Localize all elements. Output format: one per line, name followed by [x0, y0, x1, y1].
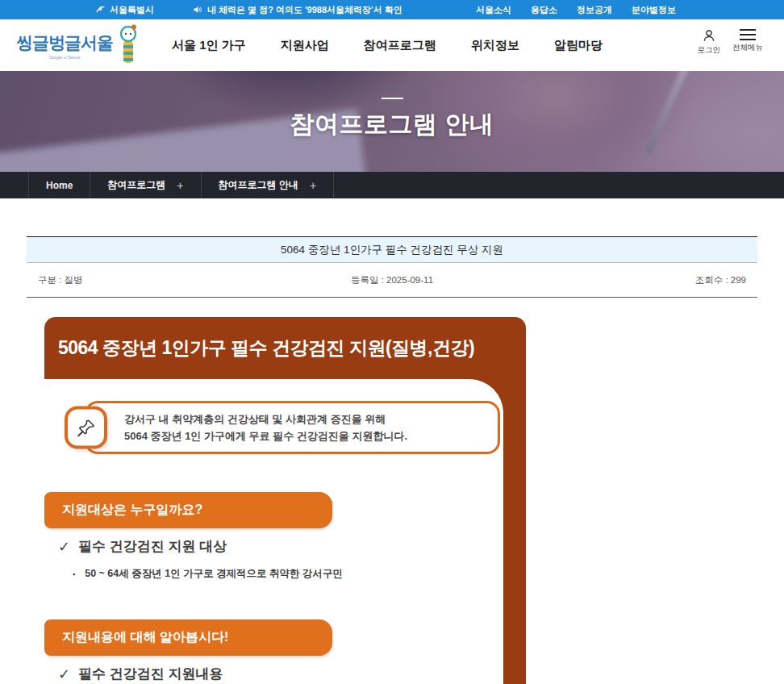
hero-banner: 참여프로그램 안내 — [0, 71, 784, 172]
breadcrumb-participation-dropdown[interactable]: 참여프로그램 + — [90, 172, 200, 198]
post-meta: 구분 : 질병 등록일 : 2025-09-11 조회수 : 299 — [27, 263, 757, 298]
seoul-city-link[interactable]: 서울특별시 — [95, 4, 154, 16]
topbar-notice-text: 내 체력은 몇 점? 여의도 '9988서울체력장'서 확인 — [207, 4, 402, 16]
topbar-link-info-disclosure[interactable]: 정보공개 — [577, 4, 612, 16]
content-card-title: 5064 중장년 1인가구 필수 건강검진 지원(질병,건강) — [44, 317, 526, 379]
login-button[interactable]: 로그인 — [698, 28, 721, 56]
plus-icon: + — [310, 179, 316, 192]
check-icon: ✓ — [58, 665, 70, 683]
check-item-content: ✓ 필수 건강검진 지원내용 — [58, 665, 503, 683]
breadcrumb-item-label: 참여프로그램 — [107, 178, 165, 192]
plus-icon: + — [177, 179, 183, 192]
square-bullet-icon: ▪ — [73, 570, 75, 578]
all-menu-button[interactable]: 전체메뉴 — [732, 28, 763, 56]
section-heading-content: 지원내용에 대해 알아봅시다! — [44, 619, 332, 656]
user-icon — [702, 28, 716, 43]
post-date: 등록일 : 2025-09-11 — [274, 274, 511, 286]
content-card-body: 강서구 내 취약계층의 건강상태 및 사회관계 증진을 위해 5064 중장년 … — [44, 379, 503, 684]
pushpin-icon — [76, 417, 97, 438]
post-header: 5064 중장년 1인가구 필수 건강검진 무상 지원 구분 : 질병 등록일 … — [27, 236, 757, 298]
breadcrumb-guide-dropdown[interactable]: 참여프로그램 안내 + — [201, 172, 335, 198]
topbar-link-eungdapso[interactable]: 응답소 — [531, 4, 557, 16]
intro-line-1: 강서구 내 취약계층의 건강상태 및 사회관계 증진을 위해 — [124, 411, 490, 428]
breadcrumb-home-label: Home — [46, 180, 73, 191]
nav-notices[interactable]: 알림마당 — [554, 38, 603, 53]
topbar-link-sector-info[interactable]: 분야별정보 — [632, 4, 676, 16]
check-item-target: ✓ 필수 건강검진 지원 대상 — [58, 537, 503, 556]
section-heading-target: 지원대상은 누구일까요? — [44, 492, 332, 528]
all-menu-label: 전체메뉴 — [732, 43, 763, 53]
check-item-label: 필수 건강검진 지원내용 — [78, 665, 223, 683]
breadcrumb-item-label: 참여프로그램 안내 — [219, 178, 298, 192]
mascot-icon — [115, 24, 140, 66]
breadcrumb-home[interactable]: Home — [28, 172, 90, 198]
site-logo-subtitle: Single u Seoul — [49, 55, 81, 60]
nav-support-programs[interactable]: 지원사업 — [281, 38, 329, 53]
login-label: 로그인 — [698, 45, 721, 56]
site-logo-title: 씽글벙글서울 — [16, 31, 113, 54]
nav-single-household[interactable]: 서울 1인 가구 — [172, 38, 246, 53]
nav-location-info[interactable]: 위치정보 — [471, 38, 519, 53]
post-title: 5064 중장년 1인가구 필수 건강검진 무상 지원 — [27, 236, 757, 263]
content-card: 5064 중장년 1인가구 필수 건강검진 지원(질병,건강) 강서구 내 취약… — [44, 317, 526, 684]
seoul-logo-icon — [95, 5, 106, 15]
topbar-links: 서울소식 응답소 정보공개 분야별정보 — [476, 4, 676, 16]
hamburger-icon — [740, 28, 756, 40]
check-item-label: 필수 건강검진 지원 대상 — [78, 537, 227, 556]
page-title: 참여프로그램 안내 — [0, 108, 784, 141]
gov-topbar: 서울특별시 내 체력은 몇 점? 여의도 '9988서울체력장'서 확인 서울소… — [0, 0, 784, 19]
check-icon: ✓ — [58, 538, 70, 556]
pushpin-icon-box — [65, 407, 107, 449]
main-nav: 서울 1인 가구 지원사업 참여프로그램 위치정보 알림마당 — [172, 38, 603, 53]
intro-line-2: 5064 중장년 1인 가구에게 무료 필수 건강검진을 지원합니다. — [124, 428, 490, 444]
breadcrumb: Home 참여프로그램 + 참여프로그램 안내 + — [0, 172, 784, 198]
topbar-notice[interactable]: 내 체력은 몇 점? 여의도 '9988서울체력장'서 확인 — [193, 4, 402, 16]
topbar-link-seoul-news[interactable]: 서울소식 — [476, 4, 511, 16]
header-utility: 로그인 전체메뉴 — [698, 28, 764, 56]
bullet-item-target: ▪ 50 ~ 64세 중장년 1인 가구로 경제적으로 취약한 강서구민 — [73, 567, 503, 581]
bullet-item-label: 50 ~ 64세 중장년 1인 가구로 경제적으로 취약한 강서구민 — [85, 567, 343, 581]
intro-callout: 강서구 내 취약계층의 건강상태 및 사회관계 증진을 위해 5064 중장년 … — [85, 401, 500, 454]
post-views: 조회수 : 299 — [510, 274, 746, 286]
site-header: 씽글벙글서울 Single u Seoul 서울 1인 가구 지원사업 참여프로… — [0, 19, 784, 71]
site-logo-text: 씽글벙글서울 Single u Seoul — [16, 31, 113, 60]
speaker-icon — [193, 5, 202, 15]
seoul-city-label: 서울특별시 — [110, 4, 154, 16]
site-logo[interactable]: 씽글벙글서울 Single u Seoul — [16, 24, 140, 66]
hero-accent-line — [382, 98, 403, 99]
nav-participation-programs[interactable]: 참여프로그램 — [364, 38, 436, 53]
post-category: 구분 : 질병 — [38, 274, 274, 286]
